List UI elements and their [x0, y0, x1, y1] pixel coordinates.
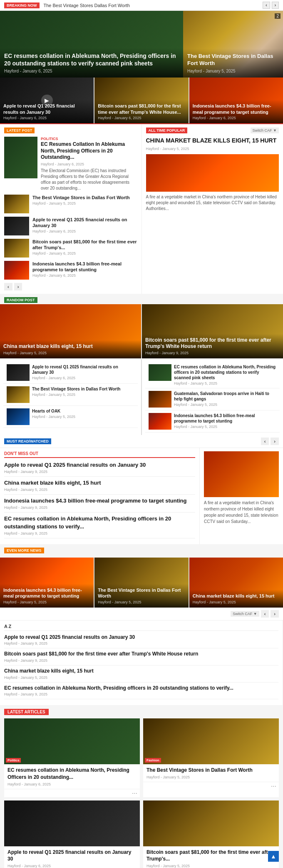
dont-miss-item-title: China market blaze kills eight, 15 hurt	[4, 479, 195, 487]
even-more-switch-btn[interactable]: Switch CAF ▼	[231, 611, 259, 617]
header: BREAKING NOW The Best Vintage Stores Dal…	[0, 0, 283, 11]
even-more-three-col: Indonesia launches $4.3 billion free-mea…	[0, 558, 283, 608]
even-more-title-1: The Best Vintage Stores in Dallas Fort W…	[98, 587, 185, 599]
latest-article-img	[4, 800, 140, 846]
list-meta: Hayford - January 6, 2025	[32, 251, 137, 255]
dont-miss-item[interactable]: Indonesia launches $4.3 billion free-mea…	[4, 497, 195, 513]
random-featured-left[interactable]: China market blaze kills eight, 15 hurt …	[0, 304, 141, 358]
random-list-item[interactable]: The Best Vintage Stores in Dallas Fort W…	[3, 384, 138, 406]
list-info: Bitcoin soars past $81,000 for the first…	[32, 239, 137, 256]
random-featured-right[interactable]: Bitcoin soars past $81,000 for the first…	[142, 304, 283, 358]
random-list-item[interactable]: Guatemalan, Salvadoran troops arrive in …	[145, 388, 280, 410]
random-list-item[interactable]: EC resumes collation in Ablekuma North, …	[145, 362, 280, 388]
even-more-badge: EVEN MORE NEWS	[4, 548, 44, 553]
small-meta: Hayford - January 5, 2025	[174, 403, 276, 407]
nav-next-btn[interactable]: ›	[272, 2, 279, 9]
three-article-2[interactable]: Indonesia launches $4.3 billion free-mea…	[189, 78, 283, 123]
popular-featured-title: CHINA MARKET BLAZE KILLS EIGHT, 15 HURT	[146, 137, 279, 144]
az-item-title: Bitcoin soars past $81,000 for the first…	[4, 651, 278, 658]
az-list: Apple to reveal Q1 2025 financial result…	[4, 634, 278, 699]
latest-article-item[interactable]: Apple to reveal Q1 2025 financial result…	[4, 800, 140, 868]
switch-caf-btn[interactable]: Switch CAF ▼	[251, 128, 279, 133]
small-thumb	[149, 364, 171, 381]
hero-left-title: EC resumes collation in Ablekuma North, …	[4, 52, 179, 67]
az-item[interactable]: Bitcoin soars past $81,000 for the first…	[4, 651, 278, 665]
latest-article-item[interactable]: Politics EC resumes collation in Ablekum…	[4, 718, 140, 797]
latest-article-img	[143, 800, 279, 846]
latest-article-title: Bitcoin soars past $81,000 for the first…	[146, 849, 276, 863]
must-read-badge: MUST READ/WATCHED	[4, 438, 51, 444]
even-more-0[interactable]: Indonesia launches $4.3 billion free-mea…	[0, 558, 94, 608]
popular-header-row: ALL TIME POPULAR Switch CAF ▼	[146, 128, 279, 133]
latest-list-item[interactable]: Bitcoin soars past $81,000 for the first…	[4, 239, 137, 258]
latest-article-meta: Hayford - January 5, 2025	[146, 775, 276, 779]
latest-articles-badge: LATEST ARTICLES	[4, 709, 49, 715]
even-more-meta-0: Hayford - January 5, 2025	[3, 600, 90, 604]
three-article-meta-1: Hayford - January 6, 2025	[98, 116, 185, 120]
random-left-meta: Hayford - January 5, 2025	[3, 351, 138, 355]
az-item[interactable]: EC resumes collation in Ablekuma North, …	[4, 685, 278, 700]
dont-miss-item[interactable]: China market blaze kills eight, 15 hurt …	[4, 479, 195, 495]
must-read-prev[interactable]: ‹	[261, 438, 269, 445]
random-list-item[interactable]: Hearts of OAK Hayford - January 5, 2025	[3, 406, 138, 428]
latest-articles-grid: Politics EC resumes collation in Ablekum…	[4, 718, 279, 868]
az-item-title: EC resumes collation in Ablekuma North, …	[4, 685, 278, 692]
small-thumb	[7, 386, 30, 403]
three-articles-row: ▶ Apple to reveal Q1 2025 financial resu…	[0, 78, 283, 123]
latest-popular-section: LATEST POST Politics EC Resumes Collatio…	[0, 123, 283, 294]
latest-pager-next[interactable]: ›	[14, 283, 22, 290]
latest-article-cat-badge: Fashion	[145, 758, 161, 763]
latest-article-more[interactable]: ⋯	[143, 782, 279, 790]
random-right-title: Bitcoin soars past $81,000 for the first…	[145, 337, 280, 350]
dont-miss-item[interactable]: EC resumes collation in Ablekuma North, …	[4, 515, 195, 538]
latest-article-body: EC resumes collation in Ablekuma North, …	[4, 764, 140, 789]
even-more-next[interactable]: ›	[271, 610, 279, 618]
latest-article-item[interactable]: Fashion The Best Vintage Stores in Dalla…	[143, 718, 279, 797]
even-more-overlay-0: Indonesia launches $4.3 billion free-mea…	[0, 584, 94, 608]
scroll-top-button[interactable]: ▲	[268, 851, 279, 862]
hero-right[interactable]: The Best Vintage Stores in Dallas Fort W…	[183, 11, 283, 78]
latest-featured[interactable]: Politics EC Resumes Collation In Ablekum…	[4, 137, 137, 191]
even-more-prev[interactable]: ‹	[261, 610, 269, 618]
hero-left[interactable]: EC resumes collation in Ablekuma North, …	[0, 11, 183, 78]
small-thumb	[7, 364, 30, 381]
az-item[interactable]: China market blaze kills eight, 15 hurt …	[4, 668, 278, 683]
popular-col: ALL TIME POPULAR Switch CAF ▼ CHINA MARK…	[142, 124, 283, 294]
must-read-next[interactable]: ›	[271, 438, 279, 445]
latest-header-row: LATEST POST	[4, 128, 137, 133]
latest-article-meta: Hayford - January 5, 2025	[146, 864, 276, 868]
random-list-item[interactable]: Apple to reveal Q1 2025 financial result…	[3, 362, 138, 384]
three-article-meta-2: Hayford - January 6, 2025	[193, 116, 280, 120]
latest-pager-prev[interactable]: ‹	[4, 283, 12, 290]
dont-miss-item[interactable]: Apple to reveal Q1 2025 financial result…	[4, 461, 195, 477]
even-more-meta-1: Hayford - January 5, 2025	[98, 600, 185, 604]
small-info: Indonesia launches $4.3 billion free-mea…	[174, 413, 276, 429]
small-meta: Hayford - January 5, 2025	[32, 415, 75, 419]
dont-miss-item-meta: Hayford - January 9, 2025	[4, 505, 195, 510]
latest-article-img: Politics	[4, 718, 140, 764]
even-more-1[interactable]: The Best Vintage Stores in Dallas Fort W…	[94, 558, 188, 608]
latest-list-item[interactable]: Indonesia launches $4.3 billion free-mea…	[4, 261, 137, 280]
hero-section: EC resumes collation in Ablekuma North, …	[0, 11, 283, 78]
latest-list-item[interactable]: The Best Vintage Stores in Dallas Fort W…	[4, 195, 137, 213]
latest-featured-meta: Hayford - January 6, 2025	[41, 162, 137, 166]
popular-badge: ALL TIME POPULAR	[146, 128, 188, 133]
latest-article-more[interactable]: ⋯	[4, 789, 140, 797]
random-list-left: Apple to reveal Q1 2025 financial result…	[0, 359, 141, 435]
small-meta: Hayford - January 5, 2025	[174, 425, 276, 429]
nav-prev-btn[interactable]: ‹	[263, 2, 270, 9]
hero-right-overlay: The Best Vintage Stores in Dallas Fort W…	[183, 49, 283, 78]
even-more-2[interactable]: China market blaze kills eight, 15 hurt …	[189, 558, 283, 608]
header-nav: ‹ ›	[263, 2, 279, 9]
three-article-1[interactable]: Bitcoin soars past $81,000 for the first…	[94, 78, 188, 123]
small-info: Hearts of OAK Hayford - January 5, 2025	[32, 408, 75, 419]
list-thumb	[4, 195, 29, 213]
small-info: The Best Vintage Stores in Dallas Fort W…	[32, 386, 120, 397]
three-article-0[interactable]: ▶ Apple to reveal Q1 2025 financial resu…	[0, 78, 94, 123]
even-more-title-2: China market blaze kills eight, 15 hurt	[193, 593, 280, 599]
latest-list-item[interactable]: Apple to reveal Q1 2025 financial result…	[4, 217, 137, 235]
latest-article-item[interactable]: Bitcoin soars past $81,000 for the first…	[143, 800, 279, 868]
random-list-item[interactable]: Indonesia launches $4.3 billion free-mea…	[145, 410, 280, 433]
az-item[interactable]: Apple to reveal Q1 2025 financial result…	[4, 634, 278, 649]
list-meta: Hayford - January 6, 2025	[32, 229, 137, 233]
